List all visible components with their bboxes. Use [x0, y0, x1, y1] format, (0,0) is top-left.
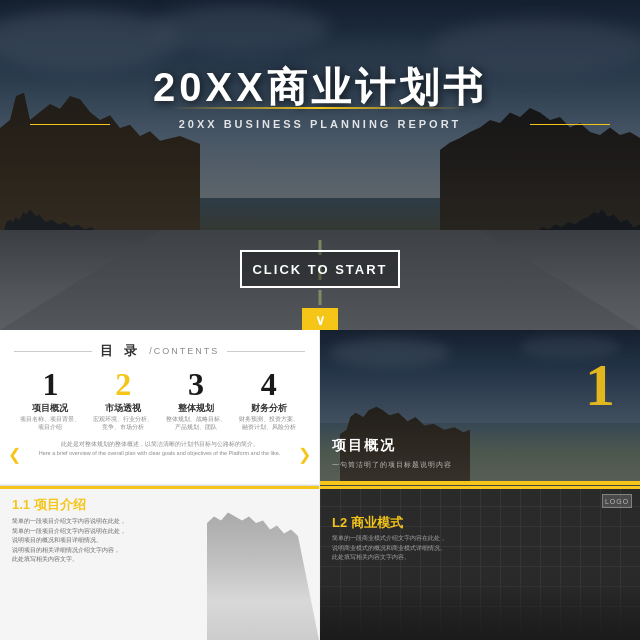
- toc-prev-icon[interactable]: ❮: [8, 445, 21, 464]
- toc-item-1: 1 项目概况 项目名称、项目背景、项目介绍: [14, 368, 87, 432]
- toc-next-icon[interactable]: ❯: [298, 445, 311, 464]
- toc-desc-4: 财务预测、投资方案、融资计划、风险分析: [232, 416, 305, 432]
- toc-label-3: 整体规划: [160, 402, 233, 415]
- toc-bottom-en: Here a brief overview of the overall pla…: [14, 450, 305, 458]
- cta-label: CLICK TO START: [252, 262, 387, 277]
- intro-section-number: 1.1 项目介绍: [12, 496, 307, 514]
- intro-yellow-bar: [0, 486, 319, 489]
- panel-business-model: LOGO L2 商业模式 简单的一段商业模式介绍文字内容在此处， 说明商业模式的…: [320, 485, 640, 640]
- panel-toc: 目 录 /CONTENTS 1 项目概况 项目名称、项目背景、项目介绍 2 市场…: [0, 330, 320, 485]
- cta-button[interactable]: CLICK TO START: [240, 250, 400, 288]
- toc-header: 目 录 /CONTENTS: [14, 342, 305, 360]
- toc-label-2: 市场透视: [87, 402, 160, 415]
- bottom-grid: 目 录 /CONTENTS 1 项目概况 项目名称、项目背景、项目介绍 2 市场…: [0, 330, 640, 640]
- panel-intro: 1.1 项目介绍 简单的一段项目介绍文字内容说明在此处， 简单的一段项目介绍文字…: [0, 485, 320, 640]
- hero-title-english: 20XX BUSINESS PLANNING REPORT: [0, 118, 640, 130]
- biz-logo: LOGO: [602, 494, 632, 508]
- biz-logo-text: LOGO: [605, 498, 629, 505]
- toc-line-right: [227, 351, 305, 352]
- toc-bottom-cn: 此处是对整体规划的整体概述，以简洁清晰的计划书目标与公路标的简介。: [14, 440, 305, 448]
- toc-desc-1: 项目名称、项目背景、项目介绍: [14, 416, 87, 432]
- photo1-number: 1: [585, 355, 615, 415]
- toc-title: 目 录: [100, 342, 142, 360]
- photo1-subtitle: 一句简洁明了的项目标题说明内容: [332, 460, 452, 470]
- photo1-title: 项目概况: [332, 437, 396, 455]
- toc-num-3: 3: [160, 368, 233, 400]
- panel-project-overview: 1 项目概况 一句简洁明了的项目标题说明内容: [320, 330, 640, 485]
- toc-item-3: 3 整体规划 整体规划、战略目标、产品规划、团队: [160, 368, 233, 432]
- chevron-arrow-icon: ∨: [315, 313, 325, 327]
- toc-num-1: 1: [14, 368, 87, 400]
- toc-desc-2: 宏观环境、行业分析、竞争、市场分析: [87, 416, 160, 432]
- toc-line-left: [14, 351, 92, 352]
- toc-num-2: 2: [87, 368, 160, 400]
- hero-section: 20XX商业计划书 20XX BUSINESS PLANNING REPORT …: [0, 0, 640, 330]
- toc-items: 1 项目概况 项目名称、项目背景、项目介绍 2 市场透视 宏观环境、行业分析、竞…: [14, 368, 305, 432]
- toc-item-4: 4 财务分析 财务预测、投资方案、融资计划、风险分析: [232, 368, 305, 432]
- toc-subtitle: /CONTENTS: [149, 346, 219, 356]
- biz-bottom-fade: [320, 580, 640, 640]
- toc-label-4: 财务分析: [232, 402, 305, 415]
- title-underline: [170, 107, 470, 109]
- toc-item-2: 2 市场透视 宏观环境、行业分析、竞争、市场分析: [87, 368, 160, 432]
- toc-desc-3: 整体规划、战略目标、产品规划、团队: [160, 416, 233, 432]
- toc-num-4: 4: [232, 368, 305, 400]
- scroll-chevron[interactable]: ∨: [302, 308, 338, 330]
- toc-label-1: 项目概况: [14, 402, 87, 415]
